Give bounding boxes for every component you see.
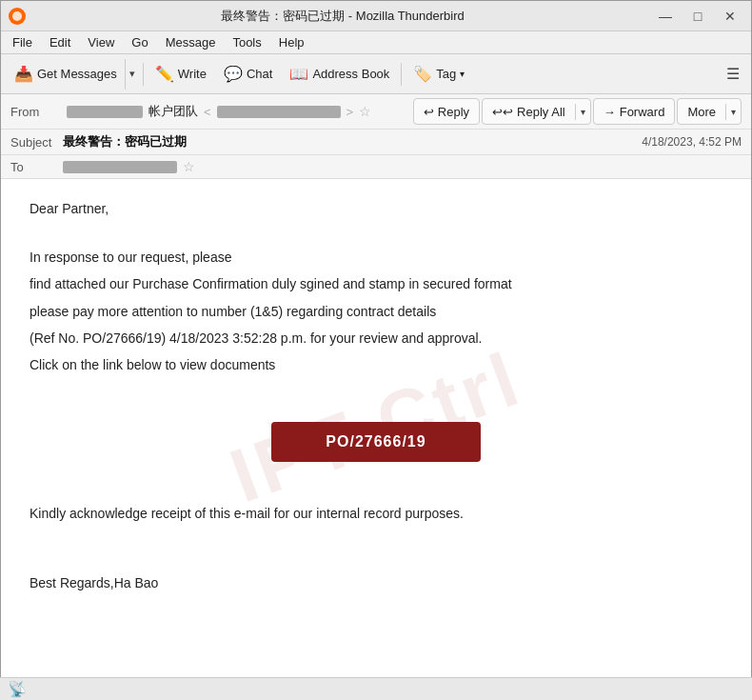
email-from-row: From 帐户团队 < > ☆ ↩ Reply ↩↩ Reply All ▾ →… — [1, 94, 751, 130]
email-body-content: Dear Partner, In response to our request… — [30, 198, 722, 593]
tag-dropdown-icon: ▾ — [460, 69, 465, 79]
greeting-text: Dear Partner, — [30, 198, 722, 219]
get-messages-dropdown[interactable]: ▾ — [125, 59, 139, 90]
action-buttons: ↩ Reply ↩↩ Reply All ▾ → Forward More ▾ — [413, 98, 742, 125]
to-redacted — [63, 161, 177, 173]
to-star-icon[interactable]: ☆ — [183, 159, 195, 174]
menu-view[interactable]: View — [80, 33, 122, 51]
reply-all-split: ↩↩ Reply All ▾ — [482, 98, 591, 125]
body-p2: find attached our Purchase Confirmation … — [30, 273, 722, 294]
to-label: To — [10, 160, 63, 174]
po-link-button[interactable]: PO/27666/19 — [271, 422, 481, 462]
app-icon — [9, 8, 26, 25]
to-value: ☆ — [63, 159, 195, 174]
body-p1: In response to our request, please — [30, 247, 722, 268]
minimize-button[interactable]: — — [652, 7, 679, 26]
reply-icon: ↩ — [424, 105, 434, 119]
write-button[interactable]: ✏️ Write — [148, 59, 214, 90]
subject-value-row: 最终警告：密码已过期 — [63, 133, 642, 150]
reply-all-dropdown[interactable]: ▾ — [575, 104, 590, 120]
chat-icon: 💬 — [224, 65, 243, 83]
connection-icon: 📡 — [8, 680, 27, 698]
address-book-label: Address Book — [312, 67, 389, 81]
from-value: 帐户团队 < > ☆ — [67, 103, 409, 120]
menu-message[interactable]: Message — [158, 33, 224, 51]
chat-label: Chat — [247, 67, 272, 81]
body-p4: (Ref No. PO/27666/19) 4/18/2023 3:52:28 … — [30, 328, 722, 349]
menu-edit[interactable]: Edit — [42, 33, 78, 51]
reply-all-icon: ↩↩ — [492, 105, 513, 119]
sender-email-bracket-close: > — [346, 105, 354, 119]
reply-label: Reply — [438, 105, 469, 119]
get-messages-group: 📥 Get Messages ▾ — [7, 59, 139, 90]
svg-point-0 — [12, 11, 22, 21]
forward-button[interactable]: → Forward — [593, 98, 676, 125]
reply-all-button[interactable]: ↩↩ Reply All — [483, 102, 575, 122]
toolbar-sep-2 — [401, 63, 402, 86]
sender-redacted-2 — [217, 106, 341, 118]
to-row: To ☆ — [1, 155, 751, 179]
write-icon: ✏️ — [155, 65, 174, 83]
toolbar-menu-button[interactable]: ☰ — [721, 59, 745, 90]
menu-bar: File Edit View Go Message Tools Help — [1, 31, 751, 54]
sender-redacted-1 — [67, 106, 143, 118]
sender-email-bracket: < — [204, 105, 211, 119]
more-dropdown[interactable]: ▾ — [725, 104, 741, 120]
address-book-button[interactable]: 📖 Address Book — [282, 59, 397, 90]
menu-file[interactable]: File — [5, 33, 40, 51]
window-title: 最终警告：密码已过期 - Mozilla Thunderbird — [33, 8, 652, 25]
reply-button[interactable]: ↩ Reply — [413, 98, 480, 125]
sender-team: 帐户团队 — [148, 103, 198, 120]
body-p3: please pay more attention to number (1&5… — [30, 301, 722, 322]
status-bar: 📡 — [0, 677, 752, 700]
from-label: From — [10, 105, 63, 119]
body-p6: Kindly acknowledge receipt of this e-mai… — [30, 503, 722, 524]
toolbar: 📥 Get Messages ▾ ✏️ Write 💬 Chat 📖 Addre… — [1, 54, 751, 94]
reply-all-label: Reply All — [517, 105, 565, 119]
subject-label: Subject — [10, 135, 63, 150]
forward-label: Forward — [620, 105, 665, 119]
po-button-wrapper: PO/27666/19 — [30, 422, 722, 462]
signature: Best Regards,Ha Bao — [30, 572, 722, 593]
subject-value: 最终警告：密码已过期 — [63, 133, 642, 150]
body-p5: Click on the link below to view document… — [30, 354, 722, 375]
more-button[interactable]: More — [678, 102, 725, 122]
write-label: Write — [178, 67, 207, 81]
tag-button[interactable]: 🏷️ Tag ▾ — [406, 59, 472, 90]
more-split: More ▾ — [677, 98, 742, 125]
subject-text: 最终警告：密码已过期 — [63, 134, 187, 149]
star-icon[interactable]: ☆ — [359, 104, 371, 119]
toolbar-sep-1 — [143, 63, 144, 86]
title-bar: 最终警告：密码已过期 - Mozilla Thunderbird — □ ✕ — [1, 1, 751, 31]
maximize-button[interactable]: □ — [684, 7, 711, 26]
email-date: 4/18/2023, 4:52 PM — [642, 135, 742, 149]
chat-button[interactable]: 💬 Chat — [216, 59, 280, 90]
forward-icon: → — [604, 105, 616, 119]
get-messages-label: Get Messages — [37, 67, 117, 81]
menu-tools[interactable]: Tools — [225, 33, 268, 51]
close-button[interactable]: ✕ — [717, 7, 743, 26]
tag-label: Tag — [436, 67, 456, 81]
get-messages-button[interactable]: 📥 Get Messages — [7, 59, 125, 90]
menu-help[interactable]: Help — [271, 33, 312, 51]
email-body: IPT-Ctrl Dear Partner, In response to ou… — [1, 179, 751, 675]
tag-icon: 🏷️ — [413, 65, 432, 83]
window-controls: — □ ✕ — [652, 7, 743, 26]
menu-go[interactable]: Go — [124, 33, 155, 51]
address-book-icon: 📖 — [289, 65, 308, 83]
more-label: More — [687, 105, 716, 119]
get-messages-icon: 📥 — [14, 65, 33, 83]
subject-row: Subject 最终警告：密码已过期 4/18/2023, 4:52 PM — [1, 130, 751, 155]
